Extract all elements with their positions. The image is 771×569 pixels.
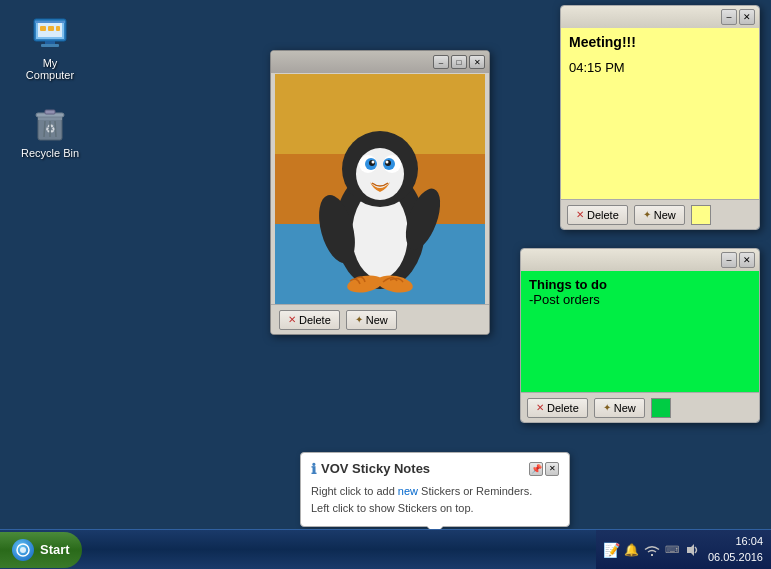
my-computer-label: My Computer: [19, 57, 81, 81]
penguin-minimize-btn[interactable]: –: [433, 55, 449, 69]
penguin-close-btn[interactable]: ✕: [469, 55, 485, 69]
green-note-content: Things to do -Post orders: [521, 271, 759, 392]
vov-new-link[interactable]: new: [398, 485, 418, 497]
recycle-bin-icon[interactable]: ♻ Recycle Bin: [15, 100, 85, 163]
svg-rect-4: [40, 26, 46, 31]
yellow-color-swatch[interactable]: [691, 205, 711, 225]
start-orb: [12, 539, 34, 561]
yellow-note-minimize[interactable]: –: [721, 9, 737, 25]
new-icon: ✦: [643, 209, 651, 220]
vov-tooltip: ℹ VOV Sticky Notes 📌 ✕ Right click to ad…: [300, 452, 570, 527]
green-note-minimize[interactable]: –: [721, 252, 737, 268]
volume-icon[interactable]: [684, 542, 700, 558]
vov-line2: Left click to show Stickers on top.: [311, 502, 474, 514]
green-new-button[interactable]: ✦ New: [594, 398, 645, 418]
svg-rect-2: [35, 21, 65, 23]
yellow-note-content: Meeting!!! 04:15 PM: [561, 28, 759, 199]
vov-header: ℹ VOV Sticky Notes 📌 ✕: [311, 461, 559, 477]
green-delete-button[interactable]: ✕ Delete: [527, 398, 588, 418]
svg-rect-12: [45, 110, 55, 114]
yellow-note-titlebar: – ✕: [561, 6, 759, 28]
penguin-maximize-btn[interactable]: □: [451, 55, 467, 69]
recycle-bin-label: Recycle Bin: [21, 147, 79, 159]
vov-tray-icon[interactable]: 📝: [604, 542, 620, 558]
svg-point-27: [372, 160, 375, 163]
svg-rect-7: [45, 41, 55, 44]
vov-title: ℹ VOV Sticky Notes: [311, 461, 430, 477]
penguin-titlebar: – □ ✕: [271, 51, 489, 73]
svg-rect-5: [48, 26, 54, 31]
svg-rect-6: [56, 26, 60, 31]
new-icon: ✦: [355, 314, 363, 325]
svg-marker-39: [687, 544, 694, 556]
vov-text: Right click to add new Stickers or Remin…: [311, 483, 559, 518]
penguin-toolbar: ✕ Delete ✦ New: [271, 304, 489, 334]
svg-point-31: [386, 160, 389, 163]
clock-date: 06.05.2016: [708, 550, 763, 565]
clock-time: 16:04: [708, 534, 763, 549]
delete-icon: ✕: [288, 314, 296, 325]
svg-rect-38: [651, 554, 653, 556]
system-tray: 📝 🔔 ⌨ 16:04 06.05.2016: [596, 530, 771, 569]
green-color-swatch[interactable]: [651, 398, 671, 418]
yellow-note-toolbar: ✕ Delete ✦ New: [561, 199, 759, 229]
my-computer-image: [30, 14, 70, 54]
my-computer-icon[interactable]: My Computer: [15, 10, 85, 85]
vov-line1-after: Stickers or Reminders.: [418, 485, 532, 497]
yellow-note-close[interactable]: ✕: [739, 9, 755, 25]
penguin-new-button[interactable]: ✦ New: [346, 310, 397, 330]
penguin-delete-button[interactable]: ✕ Delete: [279, 310, 340, 330]
keyboard-icon[interactable]: ⌨: [664, 542, 680, 558]
green-note-titlebar: – ✕: [521, 249, 759, 271]
svg-line-16: [55, 121, 56, 137]
yellow-delete-button[interactable]: ✕ Delete: [567, 205, 628, 225]
green-sticky-note: – ✕ Things to do -Post orders ✕ Delete ✦…: [520, 248, 760, 423]
green-note-line2: -Post orders: [529, 292, 751, 307]
green-note-toolbar: ✕ Delete ✦ New: [521, 392, 759, 422]
green-note-line1: Things to do: [529, 277, 751, 292]
delete-icon: ✕: [576, 209, 584, 220]
yellow-new-button[interactable]: ✦ New: [634, 205, 685, 225]
svg-point-23: [356, 148, 404, 200]
svg-rect-8: [41, 44, 59, 47]
network-icon[interactable]: [644, 542, 660, 558]
green-note-close[interactable]: ✕: [739, 252, 755, 268]
penguin-image-area: [271, 73, 489, 304]
yellow-sticky-note: – ✕ Meeting!!! 04:15 PM ✕ Delete ✦ New: [560, 5, 760, 230]
system-clock[interactable]: 16:04 06.05.2016: [704, 534, 763, 565]
vov-line1-before: Right click to add: [311, 485, 398, 497]
new-icon: ✦: [603, 402, 611, 413]
sound-alert-icon[interactable]: 🔔: [624, 542, 640, 558]
start-button[interactable]: Start: [0, 532, 82, 568]
recycle-bin-image: ♻: [30, 104, 70, 144]
vov-pin-button[interactable]: 📌: [529, 462, 543, 476]
svg-line-14: [44, 121, 45, 137]
info-icon: ℹ: [311, 461, 316, 477]
svg-point-37: [20, 547, 26, 553]
yellow-note-line3: 04:15 PM: [569, 60, 751, 75]
delete-icon: ✕: [536, 402, 544, 413]
taskbar: Start 📝 🔔 ⌨ 16:04 06.05.2016: [0, 529, 771, 569]
penguin-window: – □ ✕: [270, 50, 490, 335]
vov-close-button[interactable]: ✕: [545, 462, 559, 476]
vov-controls: 📌 ✕: [529, 462, 559, 476]
yellow-note-line1: Meeting!!!: [569, 34, 751, 50]
